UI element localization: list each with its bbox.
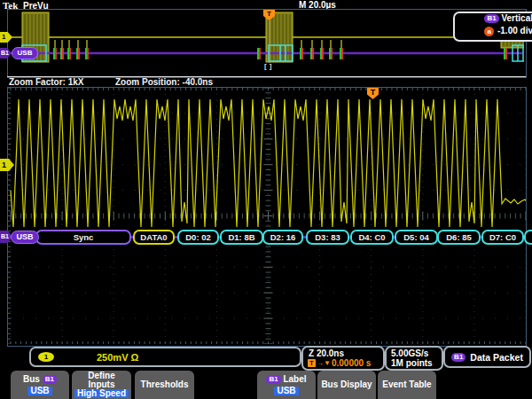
- zoom-position-readout: Zoom Position: -40.0ns: [115, 77, 213, 87]
- menu-define-value: High Speed: [74, 389, 129, 398]
- bus-decode-field-sync: Sync: [35, 230, 131, 245]
- record-length-text: 1M points: [387, 358, 442, 368]
- trigger-delay-value: 0.00000 s: [332, 358, 372, 368]
- bus-decode-field-d7: D7: C0: [481, 230, 524, 245]
- multipurpose-knob-icon: a: [484, 27, 494, 36]
- zoom-window-bracket: []: [264, 62, 274, 70]
- menu-bus-label: Bus: [23, 374, 40, 384]
- b1-badge-icon: B1: [451, 353, 466, 362]
- bus-decode-field-data0: DATA0: [133, 230, 175, 245]
- trigger-delay-arrows: →▼: [317, 359, 331, 367]
- decode-usb-label: USB: [11, 231, 39, 244]
- bus-status-text: Data Packet: [470, 352, 523, 363]
- b1-badge-icon: B1: [266, 375, 280, 384]
- b1-badge-icon: B1: [43, 375, 57, 384]
- zoom-factor-readout: Zoom Factor: 1kX: [9, 77, 83, 87]
- menu-event-table-button[interactable]: Event Table: [378, 371, 436, 399]
- bus-decode-field-d0: D0: 02: [177, 230, 219, 245]
- bus-decode-field-d5: D5: 04: [395, 230, 438, 245]
- bus-decode-field-d1: D1: 8B: [220, 230, 263, 245]
- ch1-scale-text: 250mV Ω: [97, 352, 138, 363]
- zoom-bar-divider: [7, 76, 526, 77]
- b1-badge-icon: B1: [484, 14, 498, 23]
- bus-decode-row: SyncDATA0D0: 02D1: 8BD2: 16D3: 83D4: C0D…: [0, 230, 532, 246]
- bus-decode-field-d3: D3: 83: [306, 230, 349, 245]
- main-plot: [8, 88, 526, 344]
- menu-bus-display-button[interactable]: Bus Display: [317, 371, 376, 399]
- bus-decode-field-d6: D6: 85: [437, 230, 481, 245]
- menu-define-inputs-button[interactable]: Define Inputs High Speed: [72, 371, 131, 399]
- menu-label-text: Label: [283, 374, 306, 384]
- menu-bus-button[interactable]: Bus B1 USB: [11, 371, 69, 399]
- vertical-badge-value: -1.00 div: [497, 26, 532, 35]
- menu-label-button[interactable]: B1 Label USB: [257, 371, 316, 399]
- ch1-scale-readout[interactable]: 1 250mV Ω: [29, 347, 301, 367]
- bus-decode-field-partial: [524, 230, 532, 245]
- trigger-delay-icon: T: [308, 359, 316, 367]
- zoom-scale-text: Z 20.0ns: [303, 348, 383, 358]
- menu-label-value: USB: [274, 387, 298, 395]
- acquisition-readout[interactable]: 5.00GS/s 1M points: [385, 346, 443, 371]
- vertical-badge-title: Vertical: [501, 13, 532, 23]
- menu-bus-display-label: Bus Display: [317, 380, 376, 389]
- bus-status-readout[interactable]: B1 Data Packet: [443, 346, 531, 368]
- sample-rate-text: 5.00GS/s: [387, 348, 442, 358]
- ch1-badge-icon: 1: [38, 352, 54, 362]
- menu-thresholds-button[interactable]: Thresholds: [135, 371, 194, 399]
- main-waveform-window: [7, 87, 527, 347]
- overview-usb-label: USB: [12, 47, 38, 59]
- bus-decode-field-d2: D2: 16: [262, 230, 303, 245]
- menu-bus-value: USB: [27, 387, 51, 395]
- menu-thresholds-label: Thresholds: [135, 380, 194, 389]
- vertical-scale-badge[interactable]: B1 Vertical a -1.00 div: [453, 12, 532, 42]
- bus-decode-field-d4: D4: C0: [350, 230, 394, 245]
- menu-event-table-label: Event Table: [378, 380, 436, 389]
- zoom-scale-readout[interactable]: Z 20.0ns T →▼ 0.00000 s: [301, 346, 385, 371]
- oscilloscope-screen: Tek PreVu M 20.0µs 1 B1 USB T [] B1 Vert…: [0, 0, 532, 399]
